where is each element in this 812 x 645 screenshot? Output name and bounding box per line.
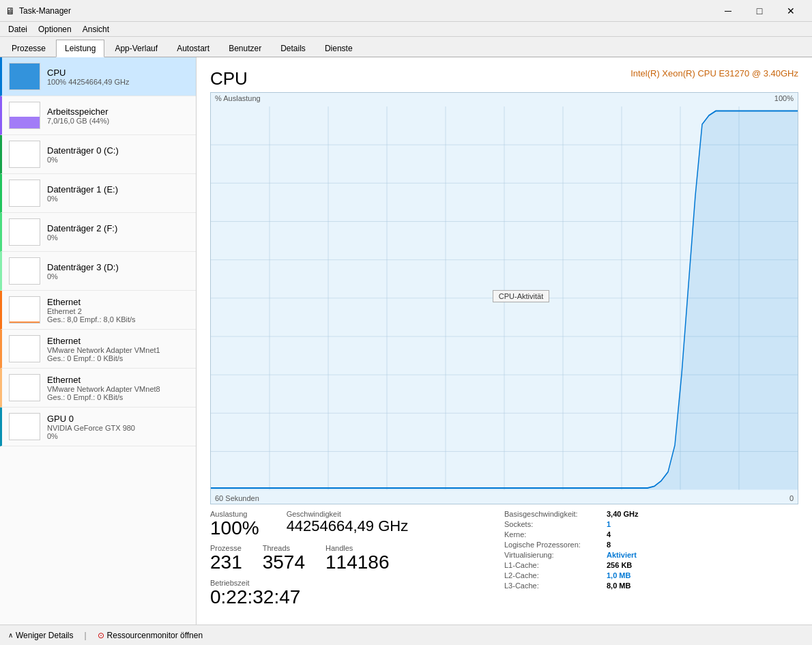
- sidebar-item-cpu[interactable]: CPU100% 44254664,49 GHz: [0, 57, 196, 96]
- spec-label-0: Basisgeschwindigkeit:: [504, 510, 607, 518]
- window-controls: ─ □ ✕: [712, 0, 807, 22]
- sidebar-thumb-ethernet2: [9, 335, 40, 362]
- sidebar-item-gpu0[interactable]: GPU 0NVIDIA GeForce GTX 9800%: [0, 407, 196, 446]
- tab-autostart[interactable]: Autostart: [168, 40, 218, 57]
- sidebar-thumb-memory: [9, 102, 40, 129]
- sidebar-thumb-gpu0: [9, 413, 40, 440]
- cpu-model-label: Intel(R) Xeon(R) CPU E31270 @ 3.40GHz: [630, 68, 798, 78]
- sidebar-title-memory: Arbeitsspeicher: [47, 106, 189, 117]
- title-bar: 🖥 Task-Manager ─ □ ✕: [0, 0, 812, 22]
- title-bar-text: Task-Manager: [19, 6, 71, 16]
- sidebar-title-gpu0: GPU 0: [47, 414, 189, 424]
- sidebar-title-disk2: Datenträger 2 (F:): [47, 223, 189, 233]
- spec-row-5: L1-Cache:256 KB: [504, 561, 798, 569]
- tab-app-verlauf[interactable]: App-Verlauf: [106, 40, 166, 57]
- auslastung-group: Auslastung 100% Geschwindigkeit 44254664…: [210, 510, 504, 539]
- sidebar-title-ethernet1: Ethernet: [47, 297, 189, 307]
- tab-dienste[interactable]: Dienste: [316, 40, 362, 57]
- chart-0-label: 0: [789, 494, 794, 502]
- sidebar-thumb-disk1: [9, 180, 40, 207]
- sidebar-detail-ethernet1: Ges.: 8,0 Empf.: 8,0 KBit/s: [47, 315, 189, 324]
- spec-row-1: Sockets:1: [504, 520, 798, 528]
- spec-value-0: 3,40 GHz: [607, 510, 638, 518]
- minimize-button[interactable]: ─: [712, 0, 744, 22]
- spec-label-6: L2-Cache:: [504, 571, 607, 579]
- spec-label-2: Kerne:: [504, 530, 607, 539]
- sidebar-sub-ethernet2: VMware Network Adapter VMnet1: [47, 346, 189, 354]
- sidebar-item-memory[interactable]: Arbeitsspeicher7,0/16,0 GB (44%): [0, 96, 196, 135]
- tab-prozesse[interactable]: Prozesse: [3, 40, 55, 57]
- specs-table: Basisgeschwindigkeit:3,40 GHzSockets:1Ke…: [504, 510, 798, 614]
- handles-block: Handles 114186: [325, 544, 389, 573]
- tab-details[interactable]: Details: [272, 40, 315, 57]
- resource-monitor-icon: ⊙: [98, 631, 104, 640]
- sidebar-item-ethernet1[interactable]: EthernetEthernet 2Ges.: 8,0 Empf.: 8,0 K…: [0, 291, 196, 330]
- sidebar-item-disk0[interactable]: Datenträger 0 (C:)0%: [0, 135, 196, 174]
- geschwindigkeit-label: Geschwindigkeit: [287, 510, 409, 518]
- sidebar-detail-ethernet3: Ges.: 0 Empf.: 0 KBit/s: [47, 393, 189, 401]
- tab-benutzer[interactable]: Benutzer: [220, 40, 270, 57]
- sidebar-thumb-disk2: [9, 218, 40, 246]
- geschwindigkeit-block: Geschwindigkeit 44254664,49 GHz: [287, 510, 409, 539]
- sidebar-sub-gpu0: NVIDIA GeForce GTX 980: [47, 424, 189, 432]
- sidebar-detail-ethernet2: Ges.: 0 Empf.: 0 KBit/s: [47, 354, 189, 362]
- spec-row-3: Logische Prozessoren:8: [504, 541, 798, 549]
- spec-value-6: 1,0 MB: [607, 571, 630, 579]
- app-icon: 🖥: [5, 5, 15, 16]
- tab-leistung[interactable]: Leistung: [56, 40, 104, 57]
- prozesse-value: 231: [210, 552, 242, 573]
- cpu-chart: % Auslastung 100% 0 60 Sekunden: [210, 92, 798, 504]
- sidebar-item-disk3[interactable]: Datenträger 3 (D:)0%: [0, 252, 196, 291]
- geschwindigkeit-value: 44254664,49 GHz: [287, 518, 409, 534]
- sidebar-item-disk1[interactable]: Datenträger 1 (E:)0%: [0, 174, 196, 213]
- page-title: CPU: [210, 68, 248, 89]
- sidebar: CPU100% 44254664,49 GHzArbeitsspeicher7,…: [0, 57, 197, 625]
- close-button[interactable]: ✕: [775, 0, 807, 22]
- sidebar-sub-disk3: 0%: [47, 272, 189, 281]
- stats-section: Auslastung 100% Geschwindigkeit 44254664…: [210, 510, 798, 614]
- sidebar-thumb-ethernet3: [9, 374, 40, 401]
- sidebar-sub-disk1: 0%: [47, 195, 189, 203]
- process-group: Prozesse 231 Threads 3574 Handles 114186: [210, 544, 504, 573]
- tooltip-text: CPU-Aktivität: [499, 292, 543, 300]
- spec-label-1: Sockets:: [504, 520, 607, 528]
- bottom-bar: ∧ Weniger Details | ⊙ Ressourcenmonitor …: [0, 625, 812, 645]
- spec-row-2: Kerne:4: [504, 530, 798, 539]
- betriebszeit-group: Betriebszeit 0:22:32:47: [210, 579, 504, 608]
- sidebar-thumb-cpu: [9, 63, 40, 90]
- menu-datei[interactable]: Datei: [3, 23, 33, 35]
- spec-value-5: 256 KB: [607, 561, 632, 569]
- content-header: CPU Intel(R) Xeon(R) CPU E31270 @ 3.40GH…: [210, 68, 798, 89]
- chart-tooltip: CPU-Aktivität: [493, 290, 549, 302]
- sidebar-title-ethernet3: Ethernet: [47, 375, 189, 385]
- sidebar-item-ethernet3[interactable]: EthernetVMware Network Adapter VMnet8Ges…: [0, 369, 196, 407]
- sidebar-sub-ethernet3: VMware Network Adapter VMnet8: [47, 385, 189, 393]
- sidebar-item-disk2[interactable]: Datenträger 2 (F:)0%: [0, 213, 196, 252]
- sidebar-thumb-ethernet1: [9, 296, 40, 324]
- spec-value-3: 8: [607, 541, 611, 549]
- sidebar-thumb-disk0: [9, 141, 40, 168]
- less-details-button[interactable]: ∧ Weniger Details: [8, 631, 73, 640]
- sidebar-title-disk0: Datenträger 0 (C:): [47, 145, 189, 156]
- sidebar-sub-cpu: 100% 44254664,49 GHz: [47, 78, 189, 86]
- resource-monitor-label: Ressourcenmonitor öffnen: [107, 631, 203, 640]
- chart-100-label: 100%: [774, 94, 794, 102]
- betriebszeit-value: 0:22:32:47: [210, 587, 504, 608]
- menu-ansicht[interactable]: Ansicht: [77, 23, 115, 35]
- auslastung-block: Auslastung 100%: [210, 510, 259, 539]
- menu-optionen[interactable]: Optionen: [33, 23, 77, 35]
- maximize-button[interactable]: □: [744, 0, 775, 22]
- sidebar-item-ethernet2[interactable]: EthernetVMware Network Adapter VMnet1Ges…: [0, 330, 196, 369]
- sidebar-sub-ethernet1: Ethernet 2: [47, 307, 189, 315]
- spec-label-3: Logische Prozessoren:: [504, 541, 607, 549]
- sidebar-thumb-disk3: [9, 257, 40, 285]
- auslastung-label: Auslastung: [210, 510, 259, 518]
- spec-label-4: Virtualisierung:: [504, 551, 607, 559]
- spec-label-7: L3-Cache:: [504, 582, 607, 590]
- handles-value: 114186: [325, 552, 389, 573]
- resource-monitor-button[interactable]: ⊙ Ressourcenmonitor öffnen: [98, 631, 203, 640]
- chevron-up-icon: ∧: [8, 631, 13, 639]
- sidebar-detail-gpu0: 0%: [47, 432, 189, 440]
- sidebar-title-ethernet2: Ethernet: [47, 336, 189, 346]
- spec-row-0: Basisgeschwindigkeit:3,40 GHz: [504, 510, 798, 518]
